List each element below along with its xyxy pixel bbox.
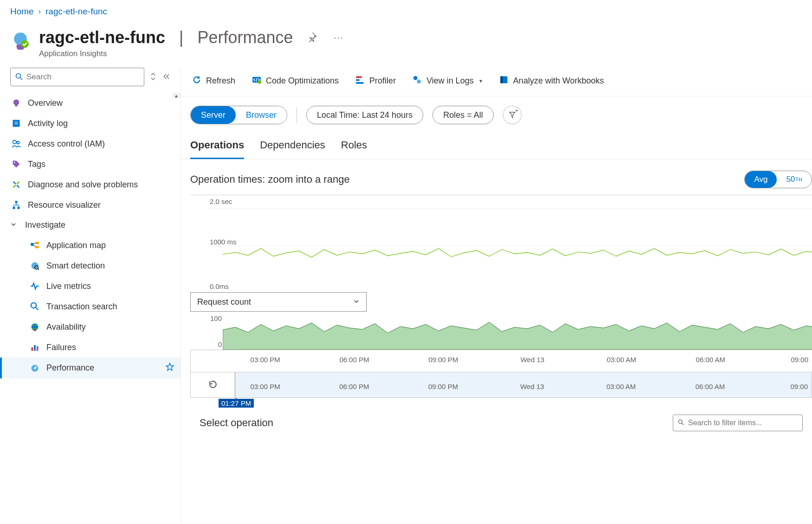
sidebar-nav: ▲ Overview Activity log Access control (… (0, 93, 180, 524)
page-subtitle: Application Insights (39, 49, 347, 58)
sidebar-item-transaction-search[interactable]: Transaction search (0, 296, 180, 317)
smart-detect-icon (30, 261, 40, 271)
sidebar-item-activity-log[interactable]: Activity log (0, 113, 180, 134)
profiler-button[interactable]: Profiler (354, 72, 398, 89)
more-button[interactable]: ··· (331, 30, 346, 45)
sidebar-item-performance[interactable]: Performance (0, 358, 180, 378)
reset-icon (208, 379, 218, 391)
svg-point-10 (17, 141, 19, 144)
failures-icon (30, 342, 40, 352)
svg-rect-12 (15, 201, 18, 203)
pin-button[interactable] (304, 29, 320, 46)
svg-rect-6 (13, 120, 20, 127)
chevron-down-icon (353, 297, 360, 307)
refresh-button[interactable]: Refresh (190, 72, 237, 89)
expand-search-icon[interactable] (150, 72, 156, 82)
svg-rect-17 (35, 246, 39, 248)
sidebar-item-application-map[interactable]: Application map (0, 235, 180, 256)
people-icon (11, 139, 21, 149)
globe-icon (30, 322, 40, 332)
svg-rect-14 (18, 207, 20, 209)
sidebar-item-smart-detection[interactable]: Smart detection (0, 256, 180, 276)
breadcrumb: Home › ragc-etl-ne-func (0, 0, 812, 23)
sidebar-item-live-metrics[interactable]: Live metrics (0, 276, 180, 296)
svg-point-2 (16, 73, 21, 78)
svg-line-22 (38, 268, 39, 270)
browser-pill[interactable]: Browser (236, 106, 287, 124)
sidebar-item-label: Diagnose and solve problems (28, 180, 138, 190)
sidebar-item-label: Smart detection (46, 261, 105, 271)
svg-rect-15 (31, 243, 33, 246)
count-chart[interactable]: 100 0 (190, 313, 812, 350)
time-tick: Wed 13 (521, 356, 544, 364)
svg-point-4 (13, 100, 19, 106)
sidebar-item-label: Access control (IAM) (28, 139, 105, 149)
main-panel: Refresh Code Optimizations Profiler View… (181, 68, 812, 524)
svg-line-3 (20, 77, 23, 80)
tab-dependencies[interactable]: Dependencies (260, 139, 325, 159)
analyze-workbooks-button[interactable]: Analyze with Workbooks (497, 72, 606, 89)
operation-filter-search[interactable] (673, 415, 803, 431)
collapse-sidebar-button[interactable] (162, 73, 170, 81)
chevron-down-icon: ▾ (479, 77, 483, 84)
app-insights-icon (10, 31, 31, 51)
svg-point-41 (678, 420, 682, 423)
sidebar-item-overview[interactable]: Overview (0, 93, 180, 113)
divider (296, 107, 297, 123)
server-browser-toggle: Server Browser (190, 106, 287, 124)
sidebar-item-label: Tags (28, 160, 45, 169)
pin-icon (307, 32, 317, 42)
sidebar-group-investigate[interactable]: Investigate (0, 215, 180, 235)
page-title: ragc-etl-ne-func (39, 28, 165, 47)
time-zoom-strip[interactable]: 01:27 PM 03:00 PM06:00 PM09:00 PMWed 130… (190, 372, 812, 398)
sidebar-item-failures[interactable]: Failures (0, 337, 180, 358)
sidebar-item-availability[interactable]: Availability (0, 317, 180, 337)
breadcrumb-resource[interactable]: ragc-etl-ne-func (45, 6, 107, 17)
time-range-filter[interactable]: Local Time: Last 24 hours (306, 106, 423, 124)
sidebar-item-access-control[interactable]: Access control (IAM) (0, 134, 180, 154)
duration-chart[interactable]: 2.0 sec 1000 ms 0.0ms (190, 195, 812, 292)
sidebar-item-label: Availability (46, 322, 86, 332)
agg-50th-pill[interactable]: 50TH (777, 171, 812, 188)
svg-point-37 (413, 76, 418, 80)
now-marker: 01:27 PM (219, 399, 254, 408)
svg-rect-40 (500, 77, 503, 83)
chevron-down-icon (10, 220, 19, 230)
sidebar-item-resource-visualizer[interactable]: Resource visualizer (0, 195, 180, 215)
time-tick: 06:00 PM (339, 383, 369, 390)
favorite-icon[interactable] (166, 363, 174, 373)
sidebar-item-diagnose[interactable]: Diagnose and solve problems (0, 174, 180, 195)
sidebar-search[interactable] (10, 68, 144, 86)
view-in-logs-button[interactable]: View in Logs ▾ (411, 72, 484, 89)
operation-filter-input[interactable] (688, 419, 798, 427)
sidebar-search-input[interactable] (26, 72, 139, 82)
logs-icon (412, 75, 422, 87)
sidebar-item-tags[interactable]: Tags (0, 154, 180, 174)
title-divider: | (179, 28, 183, 47)
tab-operations[interactable]: Operations (190, 139, 244, 159)
zoom-reset-button[interactable] (191, 372, 235, 397)
code-opt-icon (252, 75, 261, 87)
chart-title: Operation times: zoom into a range (190, 173, 350, 185)
agg-avg-pill[interactable]: Avg (745, 171, 777, 188)
code-optimizations-button[interactable]: Code Optimizations (250, 72, 341, 89)
chart-area: Operation times: zoom into a range Avg 5… (181, 160, 812, 431)
breadcrumb-home[interactable]: Home (10, 6, 34, 17)
server-pill[interactable]: Server (191, 106, 236, 124)
time-tick: 09:00 (791, 356, 808, 364)
time-axis: 03:00 PM06:00 PM09:00 PMWed 1303:00 AM06… (190, 350, 812, 372)
time-tick: 03:00 AM (607, 356, 636, 364)
workbook-icon (499, 75, 509, 87)
svg-rect-26 (34, 329, 36, 331)
count-metric-dropdown[interactable]: Request count (190, 292, 367, 312)
add-filter-button[interactable]: + (503, 106, 522, 124)
time-tick: 06:00 AM (696, 383, 725, 390)
ellipsis-icon: ··· (334, 33, 343, 42)
svg-point-11 (14, 162, 15, 163)
count-metric-label: Request count (197, 297, 251, 307)
roles-filter[interactable]: Roles = All (432, 106, 494, 124)
diagnose-icon (11, 179, 21, 190)
sidebar-item-label: Live metrics (46, 281, 91, 291)
select-operation-title: Select operation (200, 417, 273, 429)
tab-roles[interactable]: Roles (341, 139, 367, 159)
